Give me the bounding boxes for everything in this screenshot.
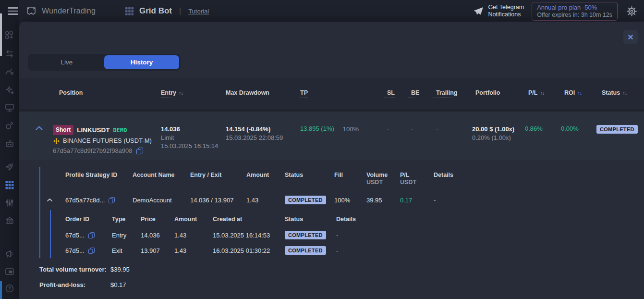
order-id: 67d5... bbox=[65, 247, 85, 254]
order-details: - bbox=[332, 247, 644, 254]
col-portfolio: Portfolio bbox=[475, 89, 500, 96]
col-order-price: Price bbox=[141, 216, 156, 223]
status-badge: COMPLETED bbox=[596, 125, 638, 134]
ai-strategies-icon[interactable] bbox=[5, 85, 14, 95]
strategy-id: 67d5a77c8d... bbox=[65, 197, 105, 204]
svg-text:?: ? bbox=[8, 286, 11, 291]
order-type: Exit bbox=[108, 247, 137, 254]
col-details: Details bbox=[434, 172, 453, 178]
help-icon[interactable]: ? bbox=[5, 284, 14, 293]
order-status-badge: COMPLETED bbox=[285, 231, 326, 239]
left-scrollbar-thumb-top[interactable] bbox=[0, 13, 2, 56]
order-id: 67d5... bbox=[65, 232, 85, 239]
cell-portfolio: 20.00 $ (1.00x) 0.20% (1.00x) bbox=[468, 125, 521, 160]
copy-order-id-icon[interactable] bbox=[88, 232, 95, 238]
swap-trades-icon[interactable] bbox=[5, 49, 14, 59]
position-details: Profile Strategy ID Account Name Entry /… bbox=[19, 160, 644, 299]
copy-trading-icon[interactable] bbox=[5, 121, 14, 130]
strategy-row: 67d5a77c8d... DemoAccount 14.036 / 13.90… bbox=[40, 190, 644, 210]
col-entry-exit: Entry / Exit bbox=[190, 172, 221, 178]
strategy-pl: 0.17 bbox=[396, 197, 430, 204]
binance-icon bbox=[53, 137, 60, 145]
entry-exit: 14.036 / 13.907 bbox=[186, 197, 243, 204]
tutorial-link[interactable]: Tutorial bbox=[188, 8, 209, 15]
col-account-name: Account Name bbox=[133, 172, 175, 178]
sort-pl-icon[interactable]: ↑↓ bbox=[540, 90, 544, 96]
order-price: 13.907 bbox=[137, 247, 170, 254]
tab-live[interactable]: Live bbox=[29, 55, 104, 69]
sort-entry-icon[interactable]: ↑↓ bbox=[179, 90, 183, 96]
terminal-icon[interactable] bbox=[5, 103, 14, 112]
promo-title: Annual pro plan -50% bbox=[537, 4, 612, 11]
col-max-drawdown: Max Drawdown bbox=[226, 89, 269, 96]
copy-position-id-icon[interactable] bbox=[136, 148, 143, 154]
close-icon[interactable]: ✕ bbox=[623, 30, 638, 44]
cell-be: - bbox=[408, 125, 433, 160]
col-pl[interactable]: P/L bbox=[528, 89, 537, 96]
cell-roi: 0.00% bbox=[557, 125, 595, 160]
announcements-icon[interactable] bbox=[5, 249, 14, 259]
order-row: 67d5... Entry 14.036 1.43 15.03.2025 16:… bbox=[51, 227, 644, 243]
cell-trailing: - bbox=[433, 125, 468, 160]
col-entry[interactable]: Entry bbox=[161, 89, 176, 98]
sort-roi-icon[interactable]: ↑↓ bbox=[577, 90, 582, 96]
col-tp: TP bbox=[300, 89, 308, 98]
strategy-section: Profile Strategy ID Account Name Entry /… bbox=[39, 167, 644, 258]
settings-sliders-icon[interactable] bbox=[5, 198, 14, 208]
fill: 100% bbox=[330, 197, 363, 204]
tab-history[interactable]: History bbox=[104, 55, 179, 69]
grid-bot-history-modal: ✕ Live History Position Entry↑↓ Max Draw… bbox=[19, 22, 644, 299]
total-volume-value: $39.95 bbox=[110, 266, 130, 273]
telegram-icon bbox=[473, 7, 484, 16]
grid-bot-icon[interactable] bbox=[5, 180, 14, 190]
col-order-created: Created at bbox=[213, 216, 242, 223]
copy-strategy-id-icon[interactable] bbox=[109, 197, 115, 203]
exchanges-bank-icon[interactable] bbox=[5, 216, 14, 225]
col-status[interactable]: Status bbox=[602, 89, 620, 96]
left-scrollbar-thumb-bottom[interactable] bbox=[0, 281, 2, 299]
col-roi[interactable]: ROI bbox=[564, 89, 575, 96]
telegram-label: Get Telegram Notifications bbox=[488, 4, 524, 18]
cell-entry: 14.036 Limit 15.03.2025 16:15:14 bbox=[161, 125, 226, 160]
col-position: Position bbox=[59, 89, 83, 96]
order-status-badge: COMPLETED bbox=[285, 246, 326, 255]
cell-status: COMPLETED bbox=[595, 125, 644, 160]
view-tabs: Live History bbox=[28, 54, 181, 71]
menu-toggle-icon[interactable] bbox=[8, 5, 18, 17]
grid-bot-title-icon bbox=[124, 6, 134, 16]
signals-icon[interactable] bbox=[5, 67, 14, 76]
order-amount: 1.43 bbox=[170, 247, 209, 254]
col-strategy-id: Profile Strategy ID bbox=[65, 172, 117, 178]
col-amount: Amount bbox=[246, 172, 269, 178]
add-widget-icon[interactable] bbox=[5, 31, 14, 40]
sort-status-icon[interactable]: ↑↓ bbox=[622, 90, 627, 96]
promo-countdown: Offer expires in: 3h 10m 12s bbox=[537, 12, 612, 18]
sidebar: ? bbox=[0, 0, 19, 299]
title-divider: | bbox=[179, 7, 181, 15]
strategy-status-badge: COMPLETED bbox=[285, 196, 326, 204]
order-created: 16.03.2025 01:30:22 bbox=[209, 247, 281, 254]
brand-name: WunderTrading bbox=[42, 7, 96, 15]
volume: 39.95 bbox=[363, 197, 396, 204]
promo-banner[interactable]: Annual pro plan -50% Offer expires in: 3… bbox=[532, 2, 618, 21]
cell-position: Short LINKUSDT DEMO BINANCE FUTURES (USD… bbox=[50, 125, 161, 160]
order-price: 14.036 bbox=[137, 232, 170, 239]
collapse-row-icon[interactable] bbox=[26, 125, 50, 160]
settings-gear-icon[interactable] bbox=[626, 6, 637, 17]
col-order-details: Details bbox=[336, 216, 356, 223]
orders-section: Order ID Type Price Amount Created at St… bbox=[50, 210, 644, 258]
position-row: Short LINKUSDT DEMO BINANCE FUTURES (USD… bbox=[19, 112, 644, 160]
dca-bot-icon[interactable] bbox=[5, 139, 14, 149]
demo-flag: DEMO bbox=[113, 126, 127, 135]
cell-tp: 13.895 (1%) 100% bbox=[300, 125, 384, 160]
profit-and-loss-label: Profit-and-loss: bbox=[39, 281, 110, 288]
col-fill: Fill bbox=[334, 172, 343, 178]
col-trailing: Trailing bbox=[433, 89, 457, 98]
collapse-strategy-icon[interactable] bbox=[40, 199, 61, 201]
launch-rocket-icon[interactable] bbox=[5, 162, 14, 172]
copy-order-id-icon[interactable] bbox=[88, 248, 95, 254]
telegram-notifications-button[interactable]: Get Telegram Notifications bbox=[473, 4, 524, 18]
cell-sl: - bbox=[384, 125, 408, 160]
top-bar: WunderTrading Grid Bot | Tutorial Get Te… bbox=[0, 0, 644, 22]
browser-view-icon[interactable] bbox=[5, 267, 14, 276]
